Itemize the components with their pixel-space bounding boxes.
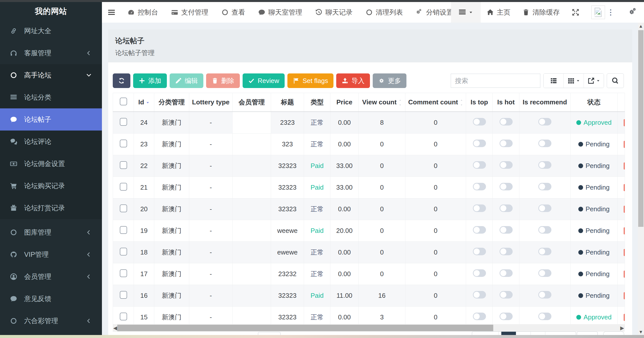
is_hot-toggle-off[interactable] <box>500 161 513 169</box>
sidebar-item-论坛打赏记录[interactable]: 论坛打赏记录 <box>0 197 102 219</box>
is_top-toggle-off[interactable] <box>473 313 486 320</box>
ellipsis-v-icon[interactable] <box>610 9 611 16</box>
scroll-down-arrow-icon[interactable]: ▼ <box>638 329 644 335</box>
is_recommend-toggle-off[interactable] <box>538 204 551 212</box>
horizontal-scrollbar-thumb[interactable] <box>117 325 493 331</box>
column-header-type[interactable]: 类型 <box>304 93 330 112</box>
is_recommend-toggle-off[interactable] <box>538 291 551 299</box>
status-badge[interactable]: Approved <box>576 119 612 126</box>
is_top-toggle-off[interactable] <box>473 291 486 299</box>
is_hot-toggle-off[interactable] <box>500 313 513 320</box>
toolbar-button-编辑[interactable]: 编辑 <box>170 73 203 88</box>
column-header-title[interactable]: 标题 <box>271 93 304 112</box>
is_top-toggle-off[interactable] <box>473 140 486 147</box>
avatar[interactable] <box>591 6 605 19</box>
is_top-toggle-off[interactable] <box>473 248 486 255</box>
status-badge[interactable]: Pending <box>578 270 610 278</box>
column-header-is_recommend[interactable]: Is recommend <box>519 93 571 112</box>
is_top-toggle-off[interactable] <box>473 204 486 212</box>
column-header-member[interactable]: 会员管理 <box>233 93 271 112</box>
row-checkbox[interactable] <box>120 291 127 299</box>
column-header-is_top[interactable]: Is top <box>466 93 493 112</box>
toolbar-button-添加[interactable]: 添加 <box>133 73 167 88</box>
nav-item-6[interactable]: 清理列表 <box>366 8 403 17</box>
sidebar-item-VIP管理[interactable]: VIP管理 <box>0 243 102 266</box>
is_top-toggle-off[interactable] <box>473 226 486 234</box>
status-badge[interactable]: Pending <box>578 162 610 170</box>
is_recommend-toggle-off[interactable] <box>538 248 551 255</box>
scroll-right-arrow-icon[interactable]: ▶ <box>620 326 624 330</box>
is_hot-toggle-off[interactable] <box>500 204 513 212</box>
toolbar-button-Set flags[interactable]: Set flags <box>287 73 333 88</box>
is_hot-toggle-off[interactable] <box>500 140 513 147</box>
sidebar-item-论坛购买记录[interactable]: 论坛购买记录 <box>0 175 102 197</box>
is_hot-toggle-off[interactable] <box>500 291 513 299</box>
sidebar-item-意见反馈[interactable]: 意见反馈 <box>0 288 102 310</box>
vertical-scrollbar-thumb[interactable] <box>638 30 643 227</box>
horizontal-scrollbar[interactable]: ◀ ▶ <box>113 324 625 332</box>
select-all-checkbox[interactable] <box>120 98 127 105</box>
is_top-toggle-off[interactable] <box>473 183 486 190</box>
status-badge[interactable]: Approved <box>576 313 612 321</box>
scroll-left-arrow-icon[interactable]: ◀ <box>113 326 117 330</box>
is_hot-toggle-off[interactable] <box>500 118 513 125</box>
sidebar-item-高手论坛[interactable]: 高手论坛 <box>0 64 102 86</box>
nav-home[interactable]: 主页 <box>487 8 510 17</box>
is_recommend-toggle-off[interactable] <box>538 269 551 277</box>
is_hot-toggle-off[interactable] <box>500 226 513 234</box>
row-checkbox[interactable] <box>120 313 127 320</box>
hamburger-menu-icon[interactable] <box>102 2 121 23</box>
toolbar-button-导入[interactable]: 导入 <box>336 73 370 88</box>
column-header-status[interactable]: 状态 <box>571 93 618 112</box>
is_recommend-toggle-off[interactable] <box>538 226 551 234</box>
column-header-lottery[interactable]: Lottery type <box>189 93 233 112</box>
search-input[interactable] <box>451 74 540 88</box>
row-checkbox[interactable] <box>120 204 127 212</box>
is_recommend-toggle-off[interactable] <box>538 140 551 147</box>
is_recommend-toggle-off[interactable] <box>538 161 551 169</box>
sidebar-item-论坛分类[interactable]: 论坛分类 <box>0 86 102 108</box>
is_recommend-toggle-off[interactable] <box>538 313 551 320</box>
nav-item-3[interactable]: 查看 <box>221 8 245 17</box>
nav-item-5[interactable]: 聊天记录 <box>315 8 353 17</box>
columns-button[interactable] <box>564 74 584 88</box>
status-badge[interactable]: Pending <box>578 184 610 191</box>
toolbar-button-Review[interactable]: Review <box>243 73 285 88</box>
column-header-views[interactable]: View count <box>359 93 405 112</box>
column-header-price[interactable]: Price <box>330 93 359 112</box>
sidebar-item-网址大全[interactable]: 网址大全 <box>0 20 102 42</box>
is_hot-toggle-off[interactable] <box>500 269 513 277</box>
toolbar-button-refresh[interactable] <box>113 73 130 88</box>
vertical-scrollbar[interactable]: ▲ ▼ <box>638 23 644 335</box>
is_top-toggle-off[interactable] <box>473 269 486 277</box>
is_top-toggle-off[interactable] <box>473 118 486 125</box>
sidebar-item-论坛佣金设置[interactable]: 论坛佣金设置 <box>0 153 102 175</box>
is_top-toggle-off[interactable] <box>473 161 486 169</box>
column-header-check[interactable] <box>113 93 134 112</box>
sidebar-item-论坛帖子[interactable]: 论坛帖子 <box>0 108 102 131</box>
nav-list-dropdown[interactable] <box>451 2 481 23</box>
is_recommend-toggle-off[interactable] <box>538 118 551 125</box>
search-button[interactable] <box>607 73 624 88</box>
row-checkbox[interactable] <box>120 226 127 234</box>
scroll-up-arrow-icon[interactable]: ▲ <box>638 24 644 29</box>
column-header-category[interactable]: 分类管理 <box>154 93 189 112</box>
nav-item-7[interactable]: 分销设置 <box>416 8 453 17</box>
sidebar-item-六合彩管理[interactable]: 六合彩管理 <box>0 310 102 332</box>
status-badge[interactable]: Pending <box>578 248 610 256</box>
column-header-is_hot[interactable]: Is hot <box>493 93 519 112</box>
sidebar-item-会员管理[interactable]: 会员管理 <box>0 266 102 288</box>
row-checkbox[interactable] <box>120 161 127 169</box>
row-checkbox[interactable] <box>120 248 127 256</box>
sidebar-item-图库管理[interactable]: 图库管理 <box>0 221 102 243</box>
sidebar-item-客服管理[interactable]: 客服管理 <box>0 42 102 64</box>
status-badge[interactable]: Pending <box>578 140 610 148</box>
nav-item-2[interactable]: 支付管理 <box>171 8 208 17</box>
row-checkbox[interactable] <box>120 269 127 277</box>
fullscreen-toggle[interactable] <box>572 9 579 16</box>
is_hot-toggle-off[interactable] <box>500 248 513 255</box>
nav-clear-cache[interactable]: 清除缓存 <box>522 8 560 17</box>
is_hot-toggle-off[interactable] <box>500 183 513 190</box>
column-header-comments[interactable]: Comment count <box>405 93 466 112</box>
toolbar-button-更多[interactable]: 更多 <box>373 73 406 88</box>
